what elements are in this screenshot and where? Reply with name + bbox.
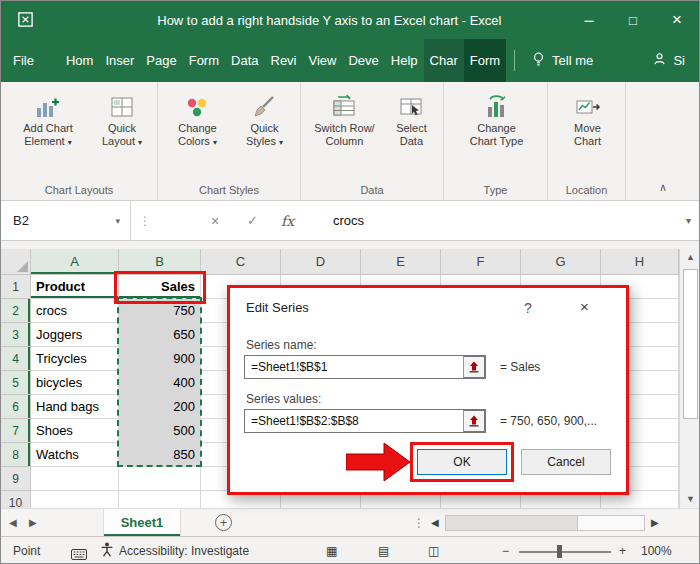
tab-file[interactable]: File <box>1 39 46 82</box>
row-header-6[interactable]: 6 <box>1 395 31 419</box>
cancel-entry-icon[interactable]: × <box>211 201 219 241</box>
ok-button[interactable]: OK <box>417 449 507 475</box>
cell-A4[interactable]: Tricycles <box>31 347 119 371</box>
horizontal-scrollbar-thumb[interactable] <box>446 516 578 530</box>
cancel-button[interactable]: Cancel <box>521 449 611 475</box>
maximize-button[interactable]: □ <box>611 1 655 39</box>
zoom-level-label[interactable]: 100% <box>641 537 672 564</box>
cell-A2[interactable]: crocs <box>31 299 119 323</box>
sheet-tab-sheet1[interactable]: Sheet1 <box>103 509 181 537</box>
row-header-3[interactable]: 3 <box>1 323 31 347</box>
expand-formula-bar-icon[interactable]: ▾ <box>686 201 691 241</box>
row-header-9[interactable]: 9 <box>1 467 31 491</box>
cell-B5[interactable]: 400 <box>119 371 201 395</box>
cell-A3[interactable]: Joggers <box>31 323 119 347</box>
excel-app-icon[interactable] <box>17 11 34 32</box>
scroll-up-icon[interactable]: ▲ <box>680 252 700 262</box>
column-header-H[interactable]: H <box>601 249 679 275</box>
switch-row-column-button[interactable]: Switch Row/ Column <box>307 88 382 148</box>
tab-data[interactable]: Data <box>225 39 264 82</box>
page-layout-view-icon[interactable]: ▤ <box>378 537 389 564</box>
minimize-button[interactable]: ─ <box>567 1 611 39</box>
row-header-7[interactable]: 7 <box>1 419 31 443</box>
row-header-2[interactable]: 2 <box>1 299 31 323</box>
select-all-corner[interactable] <box>1 249 31 275</box>
accessibility-checker-button[interactable]: Accessibility: Investigate <box>101 537 249 564</box>
name-box-dropdown-icon[interactable]: ▾ <box>115 201 120 241</box>
collapse-dialog-button[interactable] <box>463 410 485 432</box>
row-header-1[interactable]: 1 <box>1 275 31 299</box>
row-header-4[interactable]: 4 <box>1 347 31 371</box>
zoom-slider-thumb[interactable] <box>557 545 562 558</box>
dialog-help-button[interactable]: ? <box>524 300 532 316</box>
tab-page-layout[interactable]: Page <box>140 39 182 82</box>
zoom-out-button[interactable]: − <box>502 537 509 564</box>
tab-insert[interactable]: Inser <box>99 39 140 82</box>
cell-A10[interactable] <box>31 491 119 508</box>
series-name-input[interactable] <box>244 355 486 379</box>
tell-me-button[interactable]: Tell me <box>523 39 601 82</box>
share-button[interactable]: Si <box>652 39 699 82</box>
vertical-scrollbar[interactable]: ▲ ▼ <box>679 249 700 508</box>
cell-B6[interactable]: 200 <box>119 395 201 419</box>
column-header-B[interactable]: B <box>119 249 201 275</box>
quick-layout-button[interactable]: Quick Layout ▾ <box>91 88 153 149</box>
column-header-A[interactable]: A <box>31 249 119 275</box>
column-header-F[interactable]: F <box>441 249 521 275</box>
horizontal-scrollbar[interactable] <box>445 515 645 531</box>
tab-formulas[interactable]: Form <box>183 39 225 82</box>
cell-B9[interactable] <box>119 467 201 491</box>
cell-B4[interactable]: 900 <box>119 347 201 371</box>
column-header-C[interactable]: C <box>201 249 281 275</box>
series-values-input[interactable] <box>244 409 486 433</box>
dialog-close-button[interactable]: × <box>580 298 589 315</box>
tab-help[interactable]: Help <box>385 39 424 82</box>
cell-B1[interactable]: Sales <box>119 275 201 299</box>
cell-A7[interactable]: Shoes <box>31 419 119 443</box>
add-chart-element-button[interactable]: Add Chart Element ▾ <box>7 88 89 149</box>
cell-B3[interactable]: 650 <box>119 323 201 347</box>
vertical-scrollbar-thumb[interactable] <box>683 269 698 419</box>
insert-function-icon[interactable]: fx <box>281 201 294 241</box>
change-colors-button[interactable]: Change Colors ▾ <box>164 88 231 149</box>
move-chart-button[interactable]: Move Chart <box>555 88 621 148</box>
formula-input[interactable]: crocs <box>333 201 364 241</box>
new-sheet-button[interactable]: + <box>215 514 232 531</box>
sheet-nav-right-icon[interactable]: ▶ <box>29 509 37 537</box>
hscroll-right-icon[interactable]: ▶ <box>651 509 659 537</box>
row-header-8[interactable]: 8 <box>1 443 31 467</box>
change-chart-type-button[interactable]: Change Chart Type <box>453 88 541 148</box>
row-header-10[interactable]: 10 <box>1 491 31 508</box>
cell-A8[interactable]: Watchs <box>31 443 119 467</box>
column-header-G[interactable]: G <box>521 249 601 275</box>
quick-styles-button[interactable]: Quick Styles ▾ <box>233 88 296 149</box>
column-header-E[interactable]: E <box>361 249 441 275</box>
column-header-D[interactable]: D <box>281 249 361 275</box>
tab-view[interactable]: View <box>303 39 343 82</box>
cell-A9[interactable] <box>31 467 119 491</box>
tab-format[interactable]: Form <box>464 39 506 82</box>
cell-B2[interactable]: 750 <box>119 299 201 323</box>
tab-review[interactable]: Revi <box>265 39 303 82</box>
sheet-nav-left-icon[interactable]: ◀ <box>9 509 17 537</box>
page-break-view-icon[interactable]: ◫ <box>428 537 439 564</box>
cell-B10[interactable] <box>119 491 201 508</box>
select-data-button[interactable]: Select Data <box>384 88 439 148</box>
name-box[interactable]: B2 ▾ <box>1 201 131 241</box>
normal-view-icon[interactable]: ▦ <box>326 537 337 564</box>
confirm-entry-icon[interactable]: ✓ <box>247 201 258 241</box>
tab-home[interactable]: Hom <box>60 39 99 82</box>
cell-A1[interactable]: Product <box>31 275 119 299</box>
row-header-5[interactable]: 5 <box>1 371 31 395</box>
cell-B8[interactable]: 850 <box>119 443 201 467</box>
cell-B7[interactable]: 500 <box>119 419 201 443</box>
tab-bar-resize-handle[interactable]: ⋮ <box>413 509 425 537</box>
collapse-ribbon-button[interactable]: ∧ <box>659 181 667 194</box>
cell-A6[interactable]: Hand bags <box>31 395 119 419</box>
collapse-dialog-button[interactable] <box>463 356 485 378</box>
zoom-slider[interactable] <box>519 551 611 553</box>
keyboard-icon[interactable] <box>71 546 87 564</box>
tab-chart-design[interactable]: Char <box>424 39 464 82</box>
zoom-in-button[interactable]: + <box>619 537 626 564</box>
tab-developer[interactable]: Deve <box>342 39 384 82</box>
